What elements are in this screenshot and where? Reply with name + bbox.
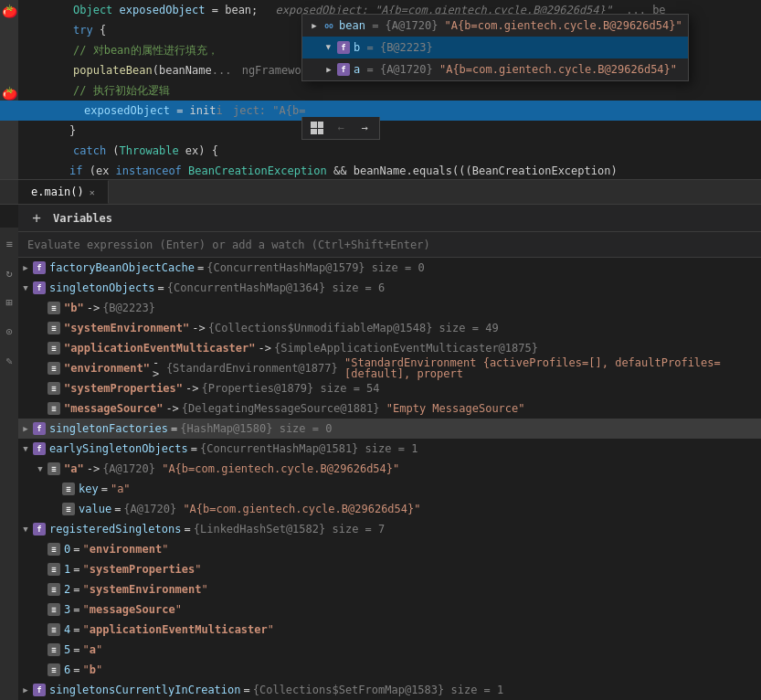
varname-a-entry: "a" xyxy=(64,463,84,474)
popup-row-a[interactable]: ▶ f a = {A@1720} "A{b=com.gientech.cycle… xyxy=(302,58,688,80)
expand-env xyxy=(33,361,48,376)
expand-bean-icon[interactable]: ▶ xyxy=(308,19,321,32)
nav-forward-button[interactable]: → xyxy=(355,119,374,137)
varname-msgsrc: "messageSource" xyxy=(64,403,163,414)
varval-reg0: "environment" xyxy=(82,544,168,555)
varname-sysprop: "systemProperties" xyxy=(64,383,183,394)
var-row-reg3[interactable]: ≡ 3 = "messageSource" xyxy=(18,599,761,620)
panel-icon-1[interactable]: ≡ xyxy=(2,237,16,251)
badge-regSingletons: f xyxy=(33,523,46,536)
varname-singletonObjects: singletonObjects xyxy=(49,282,155,293)
var-row-reg2[interactable]: ≡ 2 = "systemEnvironment" xyxy=(18,579,761,599)
var-row-earlySingleton[interactable]: f earlySingletonObjects = {ConcurrentHas… xyxy=(18,439,761,459)
var-row-aem[interactable]: ≡ "applicationEventMulticaster" -> {Simp… xyxy=(18,338,761,358)
var-row-a-entry[interactable]: ≡ "a" -> {A@1720} "A{b=com.gientech.cycl… xyxy=(18,459,761,479)
tab-close-icon[interactable]: ✕ xyxy=(90,187,95,197)
popup-a-addr: = {A@1720} xyxy=(360,63,439,76)
varsize-regSingletons: size = 7 xyxy=(332,524,385,535)
varsize-earlySingleton: size = 1 xyxy=(365,443,418,454)
varsize-sysprop: size = 54 xyxy=(321,383,380,394)
popup-row-b[interactable]: ▶ f b = {B@2223} xyxy=(302,37,688,58)
var-row-sysenv[interactable]: ≡ "systemEnvironment" -> {Collections$Un… xyxy=(18,318,761,338)
code-line-if: if (ex instanceof BeanCreationException … xyxy=(0,161,761,180)
badge-oo: oo xyxy=(322,19,335,32)
nav-back-button[interactable]: ← xyxy=(332,119,350,137)
varsize-singletonFactories: size = 0 xyxy=(280,423,333,434)
expand-reg0 xyxy=(33,542,48,557)
var-row-singletonObjects[interactable]: f singletonObjects = {ConcurrentHashMap@… xyxy=(18,278,761,298)
panel-icon-4[interactable]: ⊙ xyxy=(2,324,16,339)
var-row-singletonFactories[interactable]: f singletonFactories = {HashMap@1580} si… xyxy=(18,419,761,439)
code-line-catch: catch (Throwable ex) { xyxy=(0,141,761,161)
nav-grid-button[interactable] xyxy=(308,119,326,137)
eval-input[interactable] xyxy=(27,239,752,251)
expand-reg5 xyxy=(33,642,48,657)
vartype-env: {StandardEnvironment@1877} xyxy=(166,363,344,374)
varval-reg3: "messageSource" xyxy=(82,604,181,615)
varname-reg4: 4 xyxy=(64,624,70,635)
bottom-area: ≡ ↻ ⊞ ⊙ ✎ + Variables xyxy=(0,205,761,700)
badge-b-entry: ≡ xyxy=(48,302,60,314)
expand-b-icon[interactable]: ▶ xyxy=(322,41,335,54)
var-row-sysprop[interactable]: ≡ "systemProperties" -> {Properties@1879… xyxy=(18,378,761,398)
panel-icon-5[interactable]: ✎ xyxy=(2,354,16,368)
variables-content: + Variables f factoryBeanObjectCache = xyxy=(18,205,761,700)
varname-aem: "applicationEventMulticaster" xyxy=(64,343,256,354)
varsize-singCurrently: size = 1 xyxy=(451,684,504,695)
var-row-reg0[interactable]: ≡ 0 = "environment" xyxy=(18,539,761,559)
var-row-reg5[interactable]: ≡ 5 = "a" xyxy=(18,640,761,660)
var-row-key[interactable]: ≡ key = "a" xyxy=(18,479,761,499)
expand-reg3 xyxy=(33,602,48,617)
debug-tooltip-popup[interactable]: ▶ oo bean = {A@1720} "A{b=com.gientech.c… xyxy=(301,14,689,81)
expand-a-icon[interactable]: ▶ xyxy=(322,63,335,76)
var-row-b-entry[interactable]: ≡ "b" -> {B@2223} xyxy=(18,298,761,318)
badge-f-a: f xyxy=(337,63,350,76)
varval-reg4: "applicationEventMulticaster" xyxy=(82,624,274,635)
popup-bean-val: "A{b=com.gientech.cycle.B@29626d54}" xyxy=(445,19,682,32)
varname-reg2: 2 xyxy=(64,584,70,595)
vartype-sysenv: {Collections$UnmodifiableMap@1548} xyxy=(208,323,439,334)
var-row-msgsrc[interactable]: ≡ "messageSource" -> {DelegatingMessageS… xyxy=(18,398,761,419)
var-row-reg6[interactable]: ≡ 6 = "b" xyxy=(18,660,761,680)
expand-a-entry[interactable] xyxy=(33,461,48,476)
varname-singletonFactories: singletonFactories xyxy=(49,423,168,434)
var-row-regSingletons[interactable]: f registeredSingletons = {LinkedHashSet@… xyxy=(18,519,761,539)
var-row-value[interactable]: ≡ value = {A@1720} "A{b=com.gientech.cyc… xyxy=(18,499,761,519)
add-watch-button[interactable]: + xyxy=(27,209,46,228)
varval-a-entry: "A{b=com.gientech.cycle.B@29626d54}" xyxy=(162,463,399,474)
badge-f-b: f xyxy=(337,41,350,54)
tab-main[interactable]: e.main() ✕ xyxy=(18,180,109,204)
expand-reg6 xyxy=(33,663,48,677)
popup-row-bean[interactable]: ▶ oo bean = {A@1720} "A{b=com.gientech.c… xyxy=(302,15,688,37)
expand-singletonFactories[interactable] xyxy=(18,421,33,436)
panel-icon-3[interactable]: ⊞ xyxy=(2,295,16,310)
var-row-factory[interactable]: f factoryBeanObjectCache = {ConcurrentHa… xyxy=(18,258,761,278)
vartype-factory: {ConcurrentHashMap@1579} xyxy=(206,262,372,273)
code-editor: 🍅 🍅 Object exposedObject = bean; exposed… xyxy=(0,0,761,180)
badge-sysprop: ≡ xyxy=(48,382,60,395)
varsize-sysenv: size = 49 xyxy=(439,323,499,334)
badge-value: ≡ xyxy=(62,503,75,515)
vartype-earlySingleton: {ConcurrentHashMap@1581} xyxy=(200,443,365,454)
badge-reg1: ≡ xyxy=(48,563,60,576)
var-row-reg4[interactable]: ≡ 4 = "applicationEventMulticaster" xyxy=(18,620,761,640)
varsize-factory: size = 0 xyxy=(372,262,425,273)
var-row-reg1[interactable]: ≡ 1 = "systemProperties" xyxy=(18,559,761,579)
left-panel-icons: ≡ ↻ ⊞ ⊙ ✎ xyxy=(0,228,18,700)
badge-msgsrc: ≡ xyxy=(48,402,60,415)
varval-reg5: "a" xyxy=(82,644,102,655)
var-row-env[interactable]: ≡ "environment" -> {StandardEnvironment@… xyxy=(18,358,761,378)
eval-bar xyxy=(18,232,761,258)
var-row-singCurrently[interactable]: f singletonsCurrentlyInCreation = {Colle… xyxy=(18,680,761,700)
expand-singCurrently[interactable] xyxy=(18,683,33,697)
varname-reg0: 0 xyxy=(64,544,70,555)
badge-singletonFactories: f xyxy=(33,422,46,435)
panel-icon-2[interactable]: ↻ xyxy=(2,266,16,281)
expand-regSingletons[interactable] xyxy=(18,522,33,536)
varname-reg5: 5 xyxy=(64,644,70,655)
expand-singletonObjects[interactable] xyxy=(18,281,33,295)
expand-earlySingleton[interactable] xyxy=(18,441,33,456)
expand-factory[interactable] xyxy=(18,260,33,275)
varval-value: "A{b=com.gientech.cycle.B@29626d54}" xyxy=(183,504,420,514)
popup-a-val: "A{b=com.gientech.cycle.B@29626d54}" xyxy=(439,63,677,76)
